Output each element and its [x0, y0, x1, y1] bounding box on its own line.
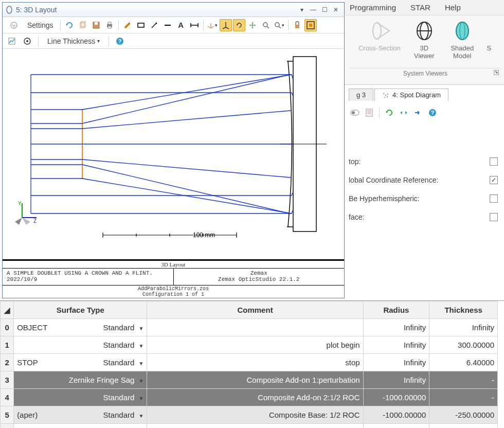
page-icon[interactable]: [363, 106, 375, 119]
cell-radius[interactable]: Infinity: [363, 354, 429, 371]
row-index[interactable]: 5: [1, 406, 14, 424]
row-index[interactable]: 6: [1, 424, 14, 429]
minimize-icon[interactable]: —: [308, 5, 318, 14]
dimension-icon[interactable]: [188, 19, 201, 31]
rect-icon[interactable]: [135, 19, 147, 31]
table-row[interactable]: 6IMAGEStandard ▼imageInfinity-: [1, 424, 498, 429]
row-index[interactable]: 1: [1, 336, 14, 354]
arrow-icon[interactable]: [148, 19, 160, 31]
cell-comment[interactable]: [147, 319, 363, 336]
cell-thickness[interactable]: -250.00000: [429, 406, 498, 424]
checkbox-face[interactable]: [490, 213, 498, 221]
toggle-icon[interactable]: [349, 106, 361, 119]
row-index[interactable]: 0: [1, 319, 14, 336]
table-row[interactable]: 3Zernike Fringe Sag ▼Composite Add-on 1:…: [1, 371, 498, 389]
col-thickness[interactable]: Thickness: [429, 301, 498, 319]
checkbox-top[interactable]: [490, 157, 498, 166]
cell-radius[interactable]: Infinity: [363, 319, 429, 336]
axes3d-icon[interactable]: [220, 19, 232, 31]
titlebar[interactable]: 5: 3D Layout ▾ — ☐ ✕: [3, 3, 344, 17]
line-thickness-dropdown[interactable]: Line Thickness ▾: [43, 36, 104, 46]
cell-thickness[interactable]: 300.00000: [429, 336, 498, 354]
help-icon[interactable]: ?: [426, 106, 439, 119]
cell-surface-type[interactable]: IMAGEStandard ▼: [14, 424, 147, 429]
table-row[interactable]: 2STOPStandard ▼stopInfinity6.40000: [1, 354, 498, 371]
rotate-icon[interactable]: [233, 19, 245, 31]
tab-spot-diagram[interactable]: 4: Spot Diagram: [374, 88, 448, 101]
cell-radius[interactable]: Infinity: [363, 336, 429, 354]
blue-arrows-icon[interactable]: [398, 106, 410, 119]
close-icon[interactable]: ✕: [331, 5, 341, 14]
col-surface-type[interactable]: Surface Type: [14, 301, 147, 319]
pan-icon[interactable]: [246, 19, 259, 31]
row-index[interactable]: 4: [1, 389, 14, 406]
table-row[interactable]: 5(aper)Standard ▼Composite Base: 1/2 ROC…: [1, 406, 498, 424]
copy-icon[interactable]: [77, 19, 89, 31]
table-row[interactable]: 1Standard ▼plot beginInfinity300.00000: [1, 336, 498, 354]
refresh-icon[interactable]: [63, 19, 76, 31]
cell-surface-type[interactable]: OBJECTStandard ▼: [14, 319, 147, 336]
table-row[interactable]: 0OBJECTStandard ▼InfinityInfinity: [1, 319, 498, 336]
lock-icon[interactable]: [291, 19, 303, 31]
zoom-dropdown-icon[interactable]: ▾: [273, 19, 285, 31]
axes-icon[interactable]: ▾: [206, 19, 219, 31]
cell-comment[interactable]: image: [147, 424, 363, 429]
col-radius[interactable]: Radius: [363, 301, 429, 319]
cell-comment[interactable]: Composite Base: 1/2 ROC: [147, 406, 363, 424]
3d-viewer-button[interactable]: 3D Viewer: [410, 17, 439, 68]
zoom-icon[interactable]: [260, 19, 272, 31]
menu-programming[interactable]: Programming: [350, 3, 396, 12]
svg-rect-44: [295, 25, 299, 28]
save-icon[interactable]: [90, 19, 102, 31]
refresh-icon[interactable]: [383, 106, 395, 119]
shaded-model-button[interactable]: Shaded Model: [448, 17, 477, 68]
cell-comment[interactable]: plot begin: [147, 336, 363, 354]
menu-star[interactable]: STAR: [410, 3, 430, 12]
cell-surface-type[interactable]: STOPStandard ▼: [14, 354, 147, 371]
cell-radius[interactable]: Infinity: [363, 371, 429, 389]
settings-button[interactable]: Settings: [23, 20, 58, 30]
checkbox-global-coord[interactable]: ✓: [490, 176, 498, 184]
table-row[interactable]: 4Standard ▼Composite Add-on 2:1/2 ROC-10…: [1, 389, 498, 406]
fit-icon[interactable]: [304, 19, 317, 31]
cell-comment[interactable]: Composite Add-on 1:perturbation: [147, 371, 363, 389]
cell-surface-type[interactable]: Standard ▼: [14, 336, 147, 354]
graph-icon[interactable]: [6, 35, 18, 47]
text-icon[interactable]: A: [175, 19, 187, 31]
expand-settings-icon[interactable]: [6, 20, 22, 30]
cell-surface-type[interactable]: (aper)Standard ▼: [14, 406, 147, 424]
line-icon[interactable]: [161, 19, 174, 31]
ribbon-cut-item[interactable]: S: [486, 17, 492, 68]
maximize-icon[interactable]: ☐: [319, 5, 330, 14]
cell-comment[interactable]: Composite Add-on 2:1/2 ROC: [147, 389, 363, 406]
target-icon[interactable]: [21, 35, 33, 47]
3d-layout-canvas[interactable]: Y Z 100 mm: [3, 49, 344, 261]
row-index[interactable]: 3: [1, 371, 14, 389]
dropdown-icon[interactable]: ▾: [297, 5, 307, 14]
cell-thickness[interactable]: -: [429, 424, 498, 429]
cell-thickness[interactable]: -: [429, 371, 498, 389]
cross-section-button[interactable]: Cross-Section: [358, 17, 401, 68]
checkbox-hyperhemi[interactable]: [490, 194, 498, 203]
cell-comment[interactable]: stop: [147, 354, 363, 371]
cell-thickness[interactable]: 6.40000: [429, 354, 498, 371]
prop-row-top: top:: [349, 152, 498, 171]
tab-partial[interactable]: g 3: [349, 88, 373, 101]
cell-surface-type[interactable]: Zernike Fringe Sag ▼: [14, 371, 147, 389]
cell-thickness[interactable]: Infinity: [429, 319, 498, 336]
cell-radius[interactable]: -1000.00000: [363, 406, 429, 424]
cell-surface-type[interactable]: Standard ▼: [14, 389, 147, 406]
col-comment[interactable]: Comment: [147, 301, 363, 319]
row-index[interactable]: 2: [1, 354, 14, 371]
help-icon[interactable]: ?: [114, 35, 126, 47]
cell-radius[interactable]: -1000.00000: [363, 389, 429, 406]
pencil-icon[interactable]: [121, 19, 134, 31]
print-icon[interactable]: [103, 19, 116, 31]
dialog-launcher-icon[interactable]: ⬊: [494, 70, 499, 75]
blue-arrow-right-icon[interactable]: [412, 106, 424, 119]
corner-cell[interactable]: ◢: [1, 301, 14, 319]
cell-thickness[interactable]: -: [429, 389, 498, 406]
lens-data-table[interactable]: ◢ Surface Type Comment Radius Thickness …: [0, 300, 504, 428]
menu-help[interactable]: Help: [445, 3, 461, 12]
cell-radius[interactable]: Infinity: [363, 424, 429, 429]
